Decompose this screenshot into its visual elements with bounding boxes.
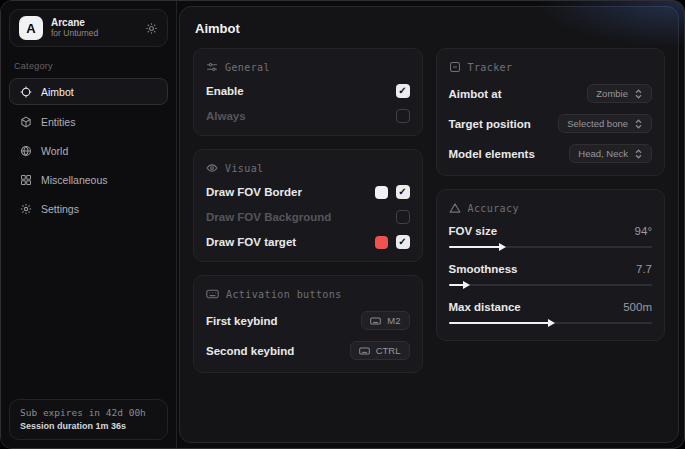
slider-thumb[interactable] (463, 281, 470, 289)
setting-label: Draw FOV target (206, 236, 296, 248)
sidebar-item-label: Miscellaneous (41, 174, 108, 186)
app-header: A Arcane for Unturned (9, 9, 168, 47)
sidebar-item-label: Entities (41, 116, 75, 128)
accuracy-card-header: Accuracy (449, 202, 653, 214)
setting-label: Aimbot at (449, 88, 502, 100)
sidebar-item-label: Settings (41, 203, 79, 215)
left-column: General Enable ✓ Always (193, 48, 423, 373)
sidebar-item-aimbot[interactable]: Aimbot (9, 78, 168, 105)
keyboard-icon (206, 288, 219, 300)
general-card-header: General (206, 61, 410, 73)
select-value: Head, Neck (578, 148, 628, 159)
card-title: General (225, 62, 270, 73)
setting-label: Max distance (449, 301, 521, 313)
grid-icon (20, 174, 32, 186)
setting-row: Draw FOV target ✓ (206, 235, 410, 249)
sidebar: A Arcane for Unturned Category Aimbot (1, 1, 177, 448)
sliders-icon (206, 61, 218, 73)
keyboard-icon (359, 346, 370, 356)
gear-icon[interactable] (145, 22, 158, 35)
setting-label: Draw FOV Border (206, 186, 302, 198)
fov-target-color-swatch[interactable] (375, 236, 388, 249)
setting-row: Draw FOV Border ✓ (206, 185, 410, 199)
sidebar-item-world[interactable]: World (9, 138, 168, 163)
draw-fov-background-checkbox[interactable] (396, 210, 410, 224)
globe-icon (20, 145, 32, 157)
setting-row: Enable ✓ (206, 84, 410, 98)
tracker-card-header: Tracker (449, 61, 653, 73)
card-title: Visual (225, 163, 264, 174)
max-distance-slider[interactable] (449, 318, 653, 328)
scan-icon (449, 61, 461, 73)
setting-row: Max distance 500m (449, 301, 653, 313)
gear-icon (20, 203, 32, 215)
page-title: Aimbot (195, 21, 665, 36)
setting-label: Smoothness (449, 263, 518, 275)
card-title: Activation buttons (226, 289, 342, 300)
accuracy-card: Accuracy FOV size 94° Smoothness (436, 189, 666, 341)
setting-row: Second keybind CTRL (206, 341, 410, 360)
unfold-icon (634, 149, 643, 159)
setting-row: First keybind M2 (206, 311, 410, 330)
model-elements-select[interactable]: Head, Neck (569, 144, 652, 163)
sub-expires-text: Sub expires in 42d 00h (20, 407, 157, 418)
smoothness-slider[interactable] (449, 280, 653, 290)
session-duration-text: Session duration 1m 36s (20, 421, 157, 431)
slider-thumb[interactable] (548, 319, 555, 327)
app-window: A Arcane for Unturned Category Aimbot (0, 0, 685, 449)
second-keybind-button[interactable]: CTRL (350, 341, 410, 360)
setting-label: Always (206, 110, 246, 122)
sidebar-item-label: Aimbot (41, 86, 74, 98)
max-distance-value: 500m (623, 301, 652, 313)
main-area: Aimbot General (177, 1, 684, 448)
visual-card: Visual Draw FOV Border ✓ Draw FOV Backgr… (193, 149, 423, 262)
setting-row: Aimbot at Zombie (449, 84, 653, 103)
setting-row: Model elements Head, Neck (449, 144, 653, 163)
target-position-select[interactable]: Selected bone (558, 114, 652, 133)
setting-label: FOV size (449, 225, 498, 237)
setting-label: Target position (449, 118, 531, 130)
unfold-icon (634, 119, 643, 129)
fov-border-color-swatch[interactable] (375, 186, 388, 199)
fov-size-slider[interactable] (449, 242, 653, 252)
slider-track (449, 284, 653, 286)
draw-fov-border-checkbox[interactable]: ✓ (396, 185, 410, 199)
app-subtitle: for Unturned (51, 29, 98, 39)
setting-row: Smoothness 7.7 (449, 263, 653, 275)
visual-card-header: Visual (206, 162, 410, 174)
eye-icon (206, 162, 218, 174)
app-logo: A (19, 16, 43, 40)
right-column: Tracker Aimbot at Zombie (436, 48, 666, 341)
setting-label: Second keybind (206, 345, 294, 357)
activation-card: Activation buttons First keybind M2 (193, 275, 423, 373)
sidebar-item-miscellaneous[interactable]: Miscellaneous (9, 167, 168, 192)
setting-label: Model elements (449, 148, 535, 160)
first-keybind-button[interactable]: M2 (361, 311, 409, 330)
always-checkbox[interactable] (396, 109, 410, 123)
select-value: Zombie (596, 88, 628, 99)
card-title: Tracker (468, 62, 513, 73)
draw-fov-target-checkbox[interactable]: ✓ (396, 235, 410, 249)
sidebar-item-entities[interactable]: Entities (9, 109, 168, 134)
setting-row: FOV size 94° (449, 225, 653, 237)
aimbot-at-select[interactable]: Zombie (587, 84, 652, 103)
enable-checkbox[interactable]: ✓ (396, 84, 410, 98)
slider-thumb[interactable] (499, 243, 506, 251)
cube-icon (20, 116, 32, 128)
sidebar-item-settings[interactable]: Settings (9, 196, 168, 221)
keyboard-icon (370, 316, 381, 326)
smoothness-value: 7.7 (636, 263, 652, 275)
setting-label: Enable (206, 85, 244, 97)
card-title: Accuracy (468, 203, 519, 214)
setting-label: First keybind (206, 315, 278, 327)
main-panel: Aimbot General (179, 6, 679, 443)
setting-row: Draw FOV Background (206, 210, 410, 224)
slider-fill (449, 322, 551, 324)
sidebar-item-label: World (41, 145, 68, 157)
subscription-info-box: Sub expires in 42d 00h Session duration … (9, 399, 168, 440)
keybind-value: M2 (387, 315, 400, 326)
keybind-value: CTRL (376, 345, 401, 356)
setting-row: Target position Selected bone (449, 114, 653, 133)
select-value: Selected bone (567, 118, 628, 129)
setting-row: Always (206, 109, 410, 123)
